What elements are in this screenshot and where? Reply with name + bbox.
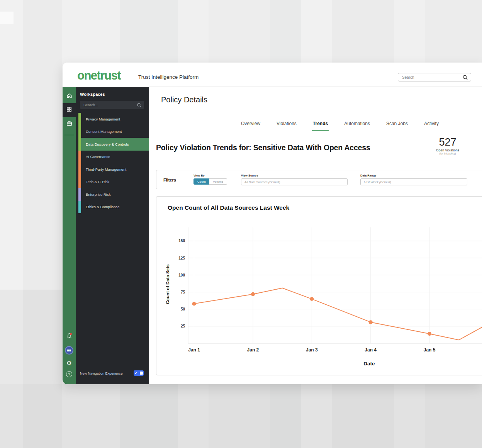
data-point-marker [251,292,255,296]
workspace-list: Privacy ManagementConsent ManagementData… [76,113,149,213]
workspaces-sidebar: Workspaces Privacy ManagementConsent Man… [76,87,149,384]
y-axis-title: Count of Data Sets [165,265,170,304]
line-chart: 255075100125150Jan 1Jan 2Jan 3Jan 4Jan 5… [156,197,482,376]
sidebar-footer: New Navigation Experience ✓ [76,369,149,379]
sidebar-item-privacy-management[interactable]: Privacy Management [76,113,149,126]
platform-title: Trust Intelligence Platform [138,74,199,80]
view-source-label: View Source [241,174,258,177]
sidebar-item-label: AI Governance [86,154,110,159]
filters-bar: Filters View By CountVolume View Source … [156,170,482,189]
onetrust-logo: onetrust [77,69,120,83]
open-violations-stat: 527 Open Violations (for this policy) [428,137,467,155]
sidebar-search[interactable] [80,101,144,109]
notifications-button[interactable] [66,333,73,341]
data-point-marker [428,332,431,336]
avatar[interactable]: EB [65,346,73,355]
sidebar-item-label: Data Discovery & Controls [86,142,129,146]
global-search-input[interactable] [398,73,471,81]
workspace-color-strip [78,138,81,151]
new-nav-label: New Navigation Experience [80,372,123,375]
view-by-volume-button[interactable]: Volume [209,178,227,185]
sidebar-title: Workspaces [80,92,105,97]
data-range-input[interactable] [360,178,467,185]
workspace-color-strip [78,113,81,126]
global-search[interactable] [398,73,471,81]
workspace-color-strip [78,151,81,163]
tab-bar: OverviewViolationsTrendsAutomationsScan … [149,117,482,131]
sidebar-item-data-discovery-controls[interactable]: Data Discovery & Controls [76,138,149,151]
x-tick-label: Jan 5 [424,347,436,353]
chart-title: Open Count of All Data Sources Last Week [168,204,289,211]
tab-overview[interactable]: Overview [240,117,261,131]
x-tick-label: Jan 3 [306,347,318,353]
sidebar-item-label: Ethics & Compliance [86,205,120,209]
tab-violations[interactable]: Violations [276,117,297,131]
data-point-marker [310,297,314,301]
tab-trends[interactable]: Trends [312,117,329,131]
sidebar-item-label: Tech & IT Risk [86,180,109,184]
sidebar-item-label: Third-Party Management [86,167,126,171]
workspace-color-strip [78,126,81,138]
sidebar-item-consent-management[interactable]: Consent Management [76,126,149,138]
trends-heading: Policy Violation Trends for: Sensitive D… [156,143,370,152]
rail-divider [64,135,74,135]
workspace-color-strip [78,201,81,214]
search-icon [137,102,142,109]
sidebar-item-label: Privacy Management [86,117,120,121]
filters-title: Filters [163,178,176,182]
apps-grid-icon [66,106,72,114]
app-window: onetrust Trust Intelligence Platform [63,63,482,384]
sidebar-item-label: Consent Management [86,129,122,134]
sidebar-item-tech-it-risk[interactable]: Tech & IT Risk [76,176,149,188]
trend-line [194,288,482,340]
data-point-marker [192,302,196,305]
search-icon[interactable] [462,75,468,82]
page-title: Policy Details [161,95,207,104]
y-tick-label: 75 [181,290,185,294]
rail-bottom-group: EB ⚙ ? [63,333,76,377]
stat-label: Open Violations [428,148,467,152]
tab-automations[interactable]: Automations [343,117,371,131]
home-icon [66,92,73,100]
tab-scan-jobs[interactable]: Scan Jobs [385,117,409,131]
y-tick-label: 125 [178,256,185,260]
data-point-marker [369,320,373,324]
help-icon[interactable]: ? [66,371,72,377]
sidebar-item-label: Enterprise Risk [86,192,110,197]
x-tick-label: Jan 2 [247,347,259,353]
new-nav-toggle[interactable]: ✓ [134,370,144,376]
check-icon: ✓ [135,372,138,375]
y-tick-label: 50 [181,307,185,311]
background-patch [0,12,14,24]
sidebar-item-third-party-management[interactable]: Third-Party Management [76,163,149,176]
x-tick-label: Jan 1 [188,347,200,353]
view-by-label: View By [193,174,205,177]
main-content: Policy Details OverviewViolationsTrendsA… [149,87,482,384]
y-tick-label: 150 [178,239,185,243]
sidebar-item-enterprise-risk[interactable]: Enterprise Risk [76,188,149,201]
y-tick-label: 25 [181,324,185,328]
view-by-toggle: CountVolume [193,178,227,185]
view-by-count-button[interactable]: Count [193,178,209,185]
sidebar-search-input[interactable] [80,101,144,109]
stat-value: 527 [428,137,467,148]
rail-home-button[interactable] [63,89,76,103]
toggle-knob [140,372,143,375]
app-rail: EB ⚙ ? [63,87,76,384]
workspace-color-strip [78,188,81,201]
stat-sublabel: (for this policy) [428,152,467,155]
gear-icon[interactable]: ⚙ [66,360,71,366]
workspace-color-strip [78,176,81,188]
chart-card: 255075100125150Jan 1Jan 2Jan 3Jan 4Jan 5… [156,196,482,375]
background-shade-bottom [0,384,482,448]
sidebar-item-ethics-compliance[interactable]: Ethics & Compliance [76,201,149,214]
tab-activity[interactable]: Activity [423,117,440,131]
rail-apps-button[interactable] [63,103,76,117]
y-tick-label: 100 [178,273,185,277]
x-tick-label: Jan 4 [365,347,377,353]
rail-projects-button[interactable] [63,117,76,131]
sidebar-item-ai-governance[interactable]: AI Governance [76,151,149,163]
x-axis-title: Date [363,361,375,367]
view-source-input[interactable] [241,178,348,185]
data-range-label: Data Range [360,174,376,177]
